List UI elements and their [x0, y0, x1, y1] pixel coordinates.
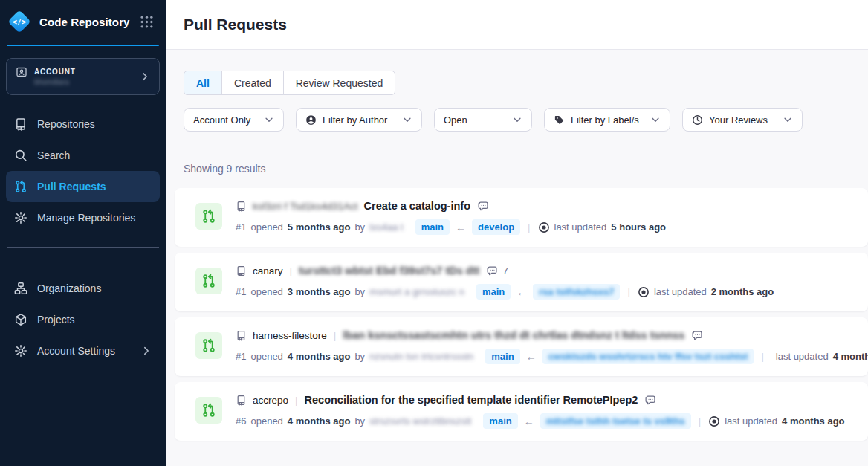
merge-arrow-icon: ← — [516, 286, 527, 298]
target-branch-badge[interactable]: main — [483, 413, 517, 429]
pr-author: txs4aa t — [369, 221, 404, 233]
filter-bar: Account Only Filter by Author Open Filte… — [184, 108, 868, 132]
sidebar-item-organizations[interactable]: Organizations — [6, 273, 160, 304]
pull-request-icon — [195, 268, 222, 294]
pr-age: 5 months ago — [288, 221, 351, 233]
sidebar-nav-bottom: Organizations Projects Account Settings — [0, 273, 166, 366]
divider: | — [289, 265, 294, 276]
pr-number: #1 — [236, 286, 246, 297]
repo-name[interactable]: canary — [253, 265, 283, 276]
sidebar-item-label: Account Settings — [37, 345, 115, 357]
last-updated-label: last updated — [776, 351, 829, 362]
chevron-down-icon — [512, 114, 522, 125]
cube-icon — [14, 313, 27, 326]
last-updated-value: 2 months ago — [711, 286, 774, 297]
filter-filter-by-label-s[interactable]: Filter by Label/s — [544, 108, 670, 132]
pull-request-row[interactable]: harness-filestore | lban ksnsctssastscmh… — [175, 317, 868, 376]
pull-request-icon — [195, 332, 222, 359]
account-scope-label: ACCOUNT — [34, 68, 133, 76]
results-summary: Showing 9 results — [184, 163, 868, 175]
pull-request-icon — [195, 397, 222, 424]
sidebar-item-search[interactable]: Search — [6, 140, 160, 171]
target-branch-badge[interactable]: main — [485, 349, 519, 364]
last-updated-label: last updated — [654, 286, 707, 297]
pr-author: msmurt a grrsstuszc n — [369, 286, 464, 297]
target-branch-badge[interactable]: main — [476, 284, 511, 300]
source-branch-badge[interactable]: develop — [472, 219, 520, 235]
filter-your-reviews[interactable]: Your Reviews — [682, 108, 803, 132]
chevron-down-icon — [650, 114, 661, 125]
account-badge-icon — [16, 66, 27, 78]
search-icon — [14, 149, 27, 162]
sidebar-item-label: Projects — [37, 314, 75, 326]
chevron-right-icon — [141, 346, 152, 356]
pr-author: nzsnutn tsn trtcsntrssstn — [369, 351, 473, 362]
last-updated-value: 5 hours ago — [611, 221, 666, 233]
page-title: Pull Requests — [184, 16, 287, 33]
app-title: Code Repository — [39, 16, 133, 28]
account-selector[interactable]: ACCOUNT bhsmdiara — [6, 58, 160, 95]
sidebar-item-label: Search — [37, 149, 70, 161]
merge-arrow-icon: ← — [524, 415, 534, 427]
pr-title[interactable]: Create a catalog-info — [364, 200, 470, 212]
tab-created[interactable]: Created — [221, 71, 284, 95]
last-updated-label: last updated — [554, 221, 607, 233]
chevron-down-icon — [402, 114, 412, 125]
source-branch-badge[interactable]: mttstfse tsthh tsetse ts vs9ths — [540, 413, 691, 429]
sidebar-item-label: Repositories — [37, 118, 95, 130]
filter-label: Open — [444, 114, 467, 126]
pr-title[interactable]: Reconciliation for the specified templat… — [305, 394, 638, 406]
app-logo-icon: </> — [6, 8, 33, 35]
sidebar-item-repositories[interactable]: Repositories — [6, 109, 160, 140]
last-updated-icon — [708, 415, 720, 427]
filter-account-only[interactable]: Account Only — [184, 108, 284, 132]
content: AllCreatedReview Requested Account Only … — [166, 50, 868, 466]
pull-request-row[interactable]: ksf3zri f Tsd1ks4d31Act | Create a catal… — [175, 188, 868, 247]
sidebar-divider — [7, 247, 159, 248]
sidebar-item-projects[interactable]: Projects — [6, 304, 160, 335]
pr-title[interactable]: tursttct3 wbtst Ebd f39st7s7 tDs dtt — [299, 265, 479, 276]
clock-icon — [692, 114, 703, 126]
org-icon — [14, 282, 27, 295]
comment-icon — [487, 265, 498, 276]
last-updated-label: last updated — [725, 415, 777, 427]
comment-count: 7 — [502, 265, 508, 276]
repo-icon — [236, 395, 247, 406]
person-icon — [305, 114, 317, 126]
pr-author: strszsvrts wstrzttbnszstt — [369, 415, 471, 427]
repo-name[interactable]: ksf3zri f Tsd1ks4d31Act — [253, 201, 358, 212]
sidebar-item-pull-requests[interactable]: Pull Requests — [6, 171, 160, 202]
app-switcher-grid-icon[interactable] — [140, 15, 154, 29]
pull-request-row[interactable]: canary | tursttct3 wbtst Ebd f39st7s7 tD… — [175, 253, 868, 311]
tab-bar: AllCreatedReview Requested — [184, 71, 395, 95]
divider: | — [294, 395, 299, 406]
tab-all[interactable]: All — [184, 71, 222, 95]
last-updated-icon — [638, 286, 650, 298]
pr-title[interactable]: lban ksnsctssastscmhtn utrs thzd dt chrt… — [343, 329, 684, 341]
source-branch-badge[interactable]: rsa tstfskzhsxs7 — [533, 284, 620, 300]
repo-name[interactable]: harness-filestore — [253, 330, 327, 341]
repo-icon — [14, 117, 27, 131]
target-branch-badge[interactable]: main — [415, 219, 450, 235]
pull-request-list: ksf3zri f Tsd1ks4d31Act | Create a catal… — [175, 188, 868, 441]
pr-age: 4 months ago — [288, 351, 351, 362]
pr-age: 4 months ago — [288, 415, 351, 427]
sidebar-accent-underline — [7, 45, 159, 46]
filter-filter-by-author[interactable]: Filter by Author — [296, 108, 422, 132]
sidebar: </> Code Repository ACCOUNT bhsmdiara — [0, 0, 166, 466]
tab-review-requested[interactable]: Review Requested — [283, 71, 396, 95]
repo-name[interactable]: accrepo — [253, 395, 288, 406]
filter-open[interactable]: Open — [434, 108, 532, 132]
last-updated-value: 4 months ago — [782, 415, 845, 427]
pull-request-row[interactable]: accrepo | Reconciliation for the specifi… — [175, 382, 868, 441]
repo-icon — [236, 330, 247, 341]
sidebar-item-account-settings[interactable]: Account Settings — [6, 335, 160, 366]
source-branch-badge[interactable]: cwsktszds wsshrtzrscs htv ffsv tszt cssh… — [542, 349, 754, 364]
page-header: Pull Requests — [166, 0, 868, 50]
gear-icon — [14, 211, 27, 224]
sidebar-item-manage-repositories[interactable]: Manage Repositories — [6, 202, 160, 233]
chevron-down-icon — [783, 114, 793, 125]
repo-icon — [236, 265, 247, 276]
merge-arrow-icon: ← — [456, 221, 466, 233]
comment-icon — [478, 201, 489, 212]
